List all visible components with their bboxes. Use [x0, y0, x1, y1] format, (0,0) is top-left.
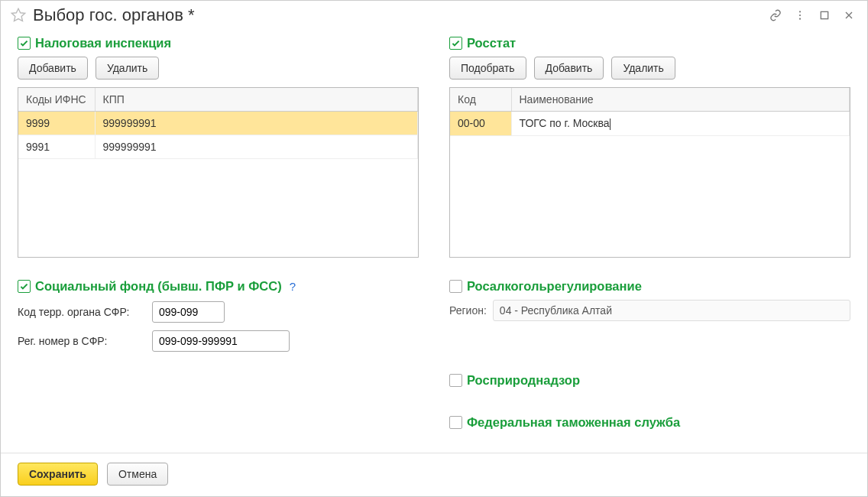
svg-point-0 [799, 11, 801, 12]
sfr-terr-code-input[interactable] [152, 301, 225, 323]
favorite-star-icon[interactable] [10, 7, 27, 24]
tax-row[interactable]: 9999 999999991 [18, 112, 418, 135]
link-icon[interactable] [766, 6, 785, 24]
rosstat-add-button[interactable]: Добавить [534, 57, 604, 80]
rosstat-grid[interactable]: Код Наименование 00-00 ТОГС по г. Москва [449, 87, 850, 258]
rosstat-cell-code[interactable]: 00-00 [450, 112, 511, 135]
cancel-button[interactable]: Отмена [107, 463, 168, 486]
section-rosprirod: Росприроднадзор [449, 373, 850, 394]
sfr-terr-code-label: Код терр. органа СФР: [18, 306, 147, 318]
footer: Сохранить Отмена [1, 453, 867, 496]
fts-checkbox[interactable] [449, 416, 462, 429]
rosstat-delete-button[interactable]: Удалить [611, 57, 675, 80]
titlebar: Выбор гос. органов * [1, 1, 867, 33]
section-fts-title: Федеральная таможенная служба [449, 415, 850, 430]
window-title: Выбор гос. органов * [33, 5, 760, 25]
section-tax: Налоговая инспекция Добавить Удалить Код… [18, 36, 419, 258]
sfr-reg-num-input[interactable] [152, 330, 290, 352]
rosstat-checkbox[interactable] [449, 37, 462, 50]
rosalko-checkbox[interactable] [449, 280, 462, 293]
tax-row[interactable]: 9991 999999991 [18, 135, 418, 159]
section-sfr: Социальный фонд (бывш. ПФР и ФСС) ? Код … [18, 279, 419, 352]
sfr-help-icon[interactable]: ? [290, 280, 296, 293]
tax-cell-kpp[interactable]: 999999991 [95, 135, 418, 159]
tax-grid[interactable]: Коды ИФНС КПП 9999 999999991 [18, 87, 419, 258]
tax-toolbar: Добавить Удалить [18, 57, 419, 80]
save-button[interactable]: Сохранить [18, 463, 98, 486]
sfr-checkbox[interactable] [18, 280, 31, 293]
tax-title-text: Налоговая инспекция [35, 36, 171, 50]
rosalko-region-field[interactable]: 04 - Республика Алтай [493, 300, 850, 321]
section-fts: Федеральная таможенная служба [449, 415, 850, 436]
text-caret [610, 119, 611, 130]
svg-point-1 [799, 15, 801, 16]
content-area: Налоговая инспекция Добавить Удалить Код… [1, 33, 867, 453]
more-menu-icon[interactable] [791, 6, 809, 24]
window: Выбор гос. органов * Налоговая инспекция… [0, 0, 868, 497]
sfr-terr-code-row: Код терр. органа СФР: [18, 301, 419, 323]
close-icon[interactable] [840, 6, 858, 24]
fts-title-text: Федеральная таможенная служба [467, 415, 680, 430]
rosprirod-title-text: Росприроднадзор [467, 373, 580, 388]
rosstat-cell-name[interactable]: ТОГС по г. Москва [511, 112, 850, 135]
rosprirod-checkbox[interactable] [449, 374, 462, 387]
svg-rect-3 [821, 11, 828, 18]
tax-col-code[interactable]: Коды ИФНС [18, 88, 95, 112]
section-rosalko: Росалкогольрегулирование Регион: 04 - Ре… [449, 279, 850, 352]
rosstat-row[interactable]: 00-00 ТОГС по г. Москва [450, 112, 850, 135]
section-rosstat-title: Росстат [449, 36, 850, 50]
rosalko-region-label: Регион: [449, 304, 487, 317]
rosalko-title-text: Росалкогольрегулирование [467, 279, 642, 294]
section-tax-title: Налоговая инспекция [18, 36, 419, 50]
rosstat-pick-button[interactable]: Подобрать [449, 57, 526, 80]
rosstat-col-code[interactable]: Код [450, 88, 511, 112]
section-rosalko-title: Росалкогольрегулирование [449, 279, 850, 294]
tax-cell-code[interactable]: 9991 [18, 135, 95, 159]
rosalko-region-row: Регион: 04 - Республика Алтай [449, 300, 850, 321]
rosstat-col-name[interactable]: Наименование [511, 88, 850, 112]
sfr-reg-num-label: Рег. номер в СФР: [18, 335, 147, 347]
maximize-icon[interactable] [815, 6, 834, 24]
rosstat-title-text: Росстат [467, 36, 516, 50]
sfr-reg-num-row: Рег. номер в СФР: [18, 330, 419, 352]
rosstat-toolbar: Подобрать Добавить Удалить [449, 57, 850, 80]
svg-point-2 [799, 18, 801, 20]
tax-add-button[interactable]: Добавить [18, 57, 88, 80]
section-rosprirod-title: Росприроднадзор [449, 373, 850, 388]
tax-cell-code[interactable]: 9999 [18, 112, 95, 135]
tax-col-kpp[interactable]: КПП [95, 88, 418, 112]
sfr-title-text: Социальный фонд (бывш. ПФР и ФСС) [35, 279, 282, 294]
tax-checkbox[interactable] [18, 37, 31, 50]
section-sfr-title: Социальный фонд (бывш. ПФР и ФСС) ? [18, 279, 419, 294]
section-rosstat: Росстат Подобрать Добавить Удалить Код Н… [449, 36, 850, 258]
tax-delete-button[interactable]: Удалить [96, 57, 159, 80]
tax-cell-kpp[interactable]: 999999991 [95, 112, 418, 135]
